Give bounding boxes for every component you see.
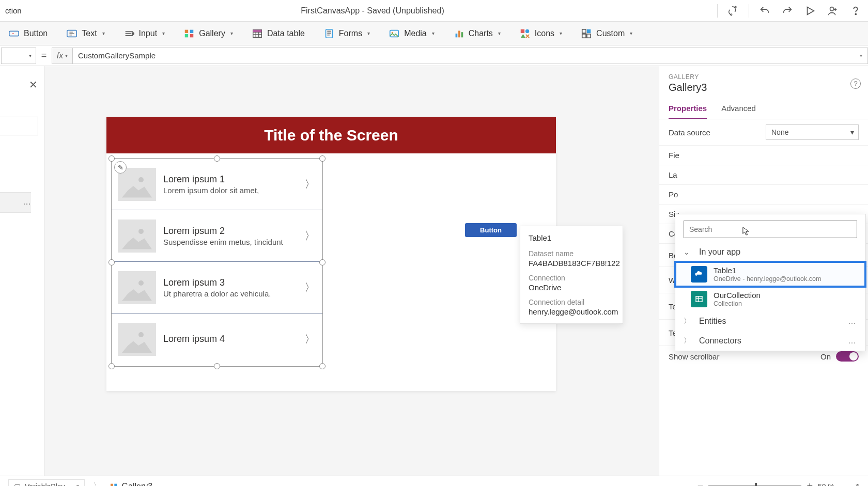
resize-handle[interactable] <box>109 155 115 162</box>
chevron-right-icon[interactable]: 〉 <box>301 330 319 349</box>
left-tree-pane: ✕ … <box>0 66 44 476</box>
datasource-item-ourcollection[interactable]: OurCollection Collection <box>675 287 865 311</box>
fx-button[interactable]: fx▾ <box>52 48 72 64</box>
share-icon[interactable] <box>826 4 840 18</box>
image-placeholder-icon <box>118 271 156 304</box>
gallery-row[interactable]: Lorem ipsum 1Lorem ipsum dolor sit amet,… <box>112 159 322 210</box>
expand-icon[interactable]: ⤢ <box>852 481 860 487</box>
gallery-control[interactable]: ✎ Lorem ipsum 1Lorem ipsum dolor sit ame… <box>111 158 323 367</box>
close-icon[interactable]: ✕ <box>29 79 38 91</box>
app-checker-icon[interactable] <box>726 4 740 18</box>
ribbon-charts[interactable]: Charts▾ <box>450 26 504 41</box>
section-label: Connectors <box>699 336 741 346</box>
datasource-item-table1[interactable]: Table1 OneDrive - henry.legge@outlook.co… <box>675 262 865 287</box>
gallery-row[interactable]: Lorem ipsum 2Suspendisse enim metus, tin… <box>112 210 322 262</box>
ribbon-icons[interactable]: Icons▾ <box>516 26 565 41</box>
prop-datasource: Data source None▾ <box>659 119 868 146</box>
ribbon-text[interactable]: Text▾ <box>63 26 107 41</box>
zoom-out-button[interactable]: − <box>698 480 704 486</box>
ribbon-button[interactable]: Button <box>5 26 51 41</box>
datasource-item-title: Table1 <box>714 266 821 275</box>
onedrive-icon <box>691 266 707 283</box>
ribbon-text-label: Text <box>82 29 97 38</box>
play-icon[interactable] <box>803 4 817 18</box>
scrollbar-toggle[interactable] <box>836 351 859 362</box>
breadcrumb-screen[interactable]: ▢ VariablePlay… ▾ <box>8 479 85 487</box>
breadcrumb-separator: 〉 <box>93 481 101 486</box>
help-icon[interactable] <box>848 4 863 18</box>
chevron-right-icon[interactable]: 〉 <box>301 175 319 194</box>
resize-handle[interactable] <box>214 363 220 369</box>
prop-label: La <box>669 170 677 179</box>
zoom-knob[interactable] <box>755 483 757 486</box>
svg-rect-10 <box>190 34 193 37</box>
gallery-item-title: Lorem ipsum 4 <box>163 334 293 344</box>
formula-text: CustomGallerySample <box>78 51 156 60</box>
resize-handle[interactable] <box>214 155 220 162</box>
app-title: FirstCanvasApp - Saved (Unpublished) <box>28 6 717 15</box>
ribbon-button-label: Button <box>24 29 48 38</box>
redo-icon[interactable] <box>780 4 795 18</box>
property-selector[interactable]: ▾ <box>1 48 36 64</box>
custom-icon <box>581 28 592 39</box>
gallery-row[interactable]: Lorem ipsum 3Ut pharetra a dolor ac vehi… <box>112 262 322 313</box>
section-in-your-app[interactable]: ⌄ In your app <box>675 242 865 262</box>
gallery-item-subtitle: Ut pharetra a dolor ac vehicula. <box>163 289 293 298</box>
resize-handle[interactable] <box>109 363 115 369</box>
canvas-area[interactable]: Title of the Screen ✎ Lorem ipsum 1Lorem… <box>44 66 659 476</box>
app-screen: Title of the Screen ✎ Lorem ipsum 1Lorem… <box>106 117 556 391</box>
status-bar: ▢ VariablePlay… ▾ 〉 Gallery3 − + 50 % ⤢ <box>0 476 868 486</box>
resize-handle[interactable] <box>319 259 326 265</box>
section-entities[interactable]: 〉 Entities … <box>675 311 865 331</box>
ribbon-datatable[interactable]: Data table <box>249 26 308 41</box>
chevron-right-icon[interactable]: 〉 <box>301 278 319 297</box>
svg-point-6 <box>132 33 134 35</box>
image-placeholder-icon <box>118 220 156 253</box>
tab-advanced[interactable]: Advanced <box>721 100 756 119</box>
tooltip-label: Connection detail <box>529 298 614 306</box>
more-icon[interactable]: … <box>23 197 32 207</box>
svg-rect-8 <box>190 29 193 33</box>
tab-properties[interactable]: Properties <box>669 100 707 119</box>
tree-item-stub[interactable] <box>0 117 38 135</box>
tooltip-value: OneDrive <box>529 283 614 292</box>
more-icon[interactable]: … <box>848 317 857 326</box>
undo-icon[interactable] <box>757 4 772 18</box>
resize-handle[interactable] <box>109 259 115 265</box>
section-connectors[interactable]: 〉 Connectors … <box>675 331 865 351</box>
media-icon <box>389 28 400 39</box>
svg-rect-7 <box>185 29 188 33</box>
panel-help-icon[interactable]: ? <box>850 79 861 89</box>
resize-handle[interactable] <box>319 155 326 162</box>
gallery-row[interactable]: Lorem ipsum 4 〉 <box>112 313 322 365</box>
chevron-right-icon: 〉 <box>684 336 692 346</box>
formula-bar: ▾ = fx▾ CustomGallerySample ▾ <box>0 45 868 66</box>
gallery-icon <box>183 28 195 39</box>
chevron-right-icon[interactable]: 〉 <box>301 227 319 245</box>
ribbon-input[interactable]: Input▾ <box>120 26 168 41</box>
button-icon <box>8 28 20 39</box>
ribbon-custom[interactable]: Custom▾ <box>578 26 636 41</box>
svg-rect-27 <box>114 483 117 486</box>
ribbon-gallery[interactable]: Gallery▾ <box>180 26 236 41</box>
control-name: Gallery3 <box>669 82 859 93</box>
datasource-dropdown[interactable]: None▾ <box>766 124 859 140</box>
pencil-icon[interactable]: ✎ <box>114 161 127 174</box>
canvas-button-control[interactable]: Button <box>465 223 517 237</box>
svg-rect-23 <box>582 34 586 37</box>
breadcrumb-control[interactable]: Gallery3 <box>110 482 153 487</box>
search-input[interactable] <box>684 221 857 238</box>
title-bar: ction FirstCanvasApp - Saved (Unpublishe… <box>0 0 868 22</box>
tooltip-label: Connection <box>529 274 614 282</box>
formula-input[interactable]: CustomGallerySample ▾ <box>72 48 868 64</box>
ribbon-forms[interactable]: Forms▾ <box>320 26 373 41</box>
collection-icon <box>691 291 707 307</box>
ribbon-media[interactable]: Media▾ <box>385 26 438 41</box>
more-icon[interactable]: … <box>848 336 857 346</box>
ribbon-custom-label: Custom <box>596 29 625 38</box>
breadcrumb-label: VariablePlay… <box>25 482 72 487</box>
resize-handle[interactable] <box>319 363 326 369</box>
zoom-in-button[interactable]: + <box>807 480 813 486</box>
svg-rect-18 <box>461 32 463 37</box>
svg-rect-21 <box>582 29 586 33</box>
